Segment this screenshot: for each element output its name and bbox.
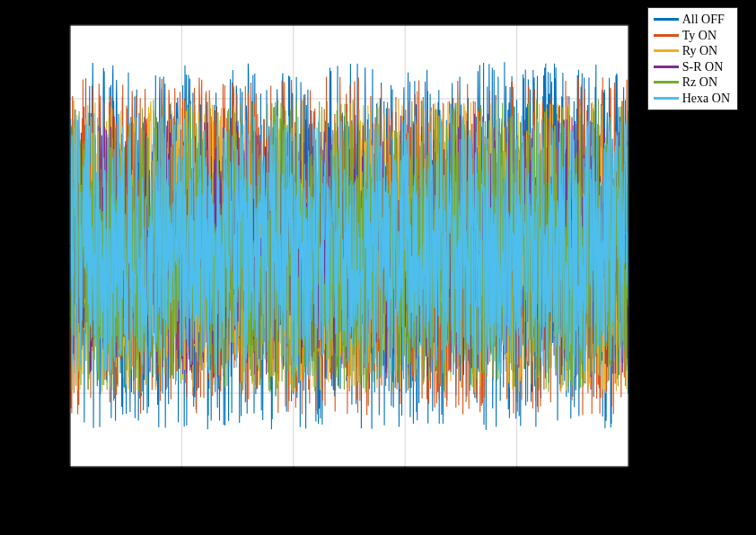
legend-label: Ty ON xyxy=(682,28,716,44)
x-tick-label: 500 xyxy=(620,478,638,491)
legend-item: S-R ON xyxy=(654,59,730,75)
legend-item: Ry ON xyxy=(654,43,730,59)
x-tick-label: 400 xyxy=(507,478,526,491)
legend: All OFFTy ONRy ONS-R ONRz ONHexa ON xyxy=(647,7,738,110)
y-tick-label: -3 xyxy=(50,460,61,474)
y-tick-label: 2 xyxy=(55,92,61,106)
x-tick-label: 100 xyxy=(172,478,191,491)
legend-item: Ty ON xyxy=(654,28,730,44)
y-tick-label: 1 xyxy=(55,166,61,180)
legend-swatch xyxy=(654,49,679,52)
y-tick-label: -1 xyxy=(50,313,61,327)
legend-swatch xyxy=(654,34,679,37)
legend-item: Hexa ON xyxy=(654,91,730,107)
legend-label: Hexa ON xyxy=(682,91,730,107)
x-tick-label: 0 xyxy=(67,478,74,491)
legend-label: Rz ON xyxy=(682,75,717,91)
x-tick-label: 200 xyxy=(284,478,303,491)
legend-label: S-R ON xyxy=(682,59,724,75)
x-tick-label: 300 xyxy=(396,478,415,491)
legend-swatch xyxy=(654,66,679,68)
legend-swatch xyxy=(654,81,679,83)
legend-label: Ry ON xyxy=(682,43,718,59)
y-tick-label: -2 xyxy=(50,387,61,400)
legend-swatch xyxy=(654,18,679,21)
legend-item: All OFF xyxy=(654,12,730,28)
y-exponent: ×10-6 xyxy=(50,7,77,23)
legend-item: Rz ON xyxy=(654,75,730,91)
chart-container: 0100200300400500-3-2-10123×10-6Time [s]x… xyxy=(0,0,756,535)
x-axis-label: Time [s] xyxy=(325,499,374,514)
legend-swatch xyxy=(654,97,679,100)
y-tick-label: 0 xyxy=(55,240,61,253)
legend-label: All OFF xyxy=(682,12,725,28)
y-axis-label: xh [m] xyxy=(14,228,34,265)
chart-plot: 0100200300400500-3-2-10123×10-6Time [s]x… xyxy=(0,0,756,535)
